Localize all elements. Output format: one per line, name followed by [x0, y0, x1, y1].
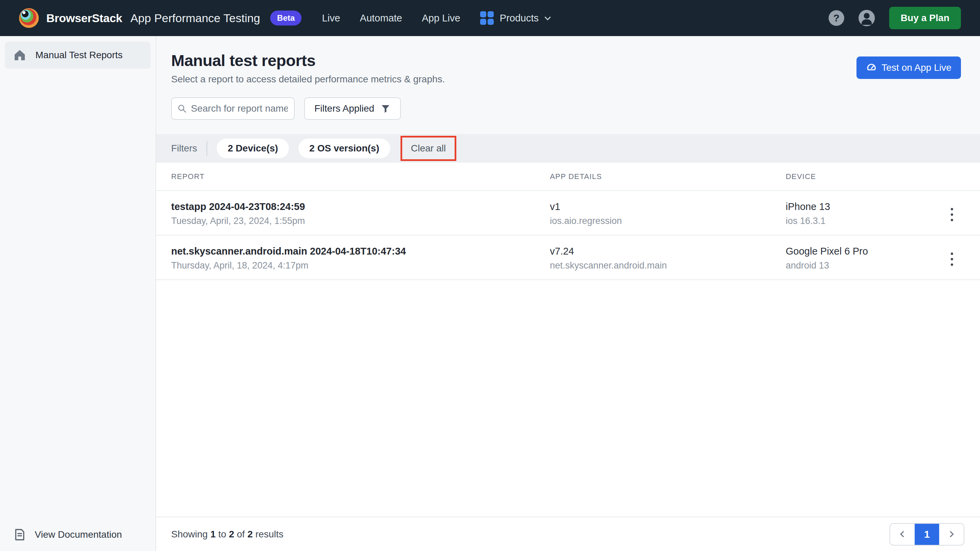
view-documentation-link[interactable]: View Documentation	[0, 518, 156, 551]
reports-table: REPORT APP DETAILS DEVICE testapp 2024-0…	[156, 163, 980, 517]
row-actions-cell	[937, 201, 966, 227]
device-cell: iPhone 13 ios 16.3.1	[786, 201, 937, 227]
device-name: iPhone 13	[786, 201, 937, 213]
nav-app-live[interactable]: App Live	[422, 13, 460, 24]
sidebar: Manual Test Reports View Documentation	[0, 36, 156, 551]
device-cell: Google Pixel 6 Pro android 13	[786, 245, 937, 271]
report-cell: testapp 2024-04-23T08:24:59 Tuesday, Apr…	[171, 201, 550, 227]
results-word: results	[256, 529, 283, 540]
app-id: ios.aio.regression	[550, 215, 786, 227]
results-to: 2	[229, 529, 234, 540]
gauge-icon	[866, 62, 877, 73]
filters-applied-button[interactable]: Filters Applied	[304, 97, 401, 120]
nav-products-label: Products	[500, 13, 539, 24]
page-header-section: Manual test reports Select a report to a…	[156, 36, 980, 134]
app-id: net.skyscanner.android.main	[550, 260, 786, 271]
view-documentation-label: View Documentation	[35, 529, 122, 540]
results-count-text: Showing 1 to 2 of 2 results	[171, 529, 283, 540]
next-page-button[interactable]	[939, 524, 964, 545]
report-date: Thursday, April, 18, 2024, 4:17pm	[171, 260, 550, 271]
document-icon	[13, 528, 27, 541]
results-footer: Showing 1 to 2 of 2 results 1	[156, 517, 980, 551]
of-word: of	[237, 529, 245, 540]
previous-page-button[interactable]	[890, 524, 915, 545]
browserstack-logo-icon[interactable]	[19, 8, 39, 28]
app-performance-testing-page: BrowserStack App Performance Testing Bet…	[0, 0, 980, 551]
column-header-report: REPORT	[171, 172, 550, 181]
pagination: 1	[889, 523, 964, 546]
nav-products[interactable]: Products	[480, 11, 550, 25]
app-details-cell: v1 ios.aio.regression	[550, 201, 786, 227]
kebab-menu-icon[interactable]	[947, 205, 956, 225]
top-nav: Live Automate App Live Products	[322, 11, 550, 25]
search-row: Filters Applied	[171, 97, 961, 120]
kebab-menu-icon[interactable]	[947, 249, 956, 269]
search-box	[171, 97, 295, 120]
search-icon	[177, 104, 187, 113]
report-cell: net.skyscanner.android.main 2024-04-18T1…	[171, 245, 550, 271]
row-actions-cell	[937, 245, 966, 271]
column-header-app-details: APP DETAILS	[550, 172, 786, 181]
product-name: App Performance Testing	[130, 11, 260, 25]
table-header-row: REPORT APP DETAILS DEVICE	[156, 163, 980, 191]
user-avatar-icon[interactable]	[859, 10, 875, 26]
chevron-down-icon	[544, 14, 550, 20]
products-grid-icon	[480, 11, 494, 25]
beta-badge: Beta	[270, 11, 301, 25]
clear-all-button[interactable]: Clear all	[411, 143, 446, 154]
to-word: to	[218, 529, 226, 540]
chevron-left-icon	[900, 531, 906, 537]
buy-a-plan-button[interactable]: Buy a Plan	[889, 7, 961, 29]
nav-live[interactable]: Live	[322, 13, 340, 24]
annotation-highlight-box: Clear all	[401, 136, 457, 161]
brand-group: BrowserStack App Performance Testing Bet…	[19, 8, 301, 28]
top-header: BrowserStack App Performance Testing Bet…	[0, 0, 980, 36]
report-name[interactable]: net.skyscanner.android.main 2024-04-18T1…	[171, 245, 550, 257]
column-header-device: DEVICE	[786, 172, 937, 181]
showing-word: Showing	[171, 529, 208, 540]
results-from: 1	[210, 529, 216, 540]
app-version: v1	[550, 201, 786, 213]
home-icon	[13, 48, 27, 62]
app-version: v7.24	[550, 245, 786, 257]
device-os: android 13	[786, 260, 937, 271]
table-row[interactable]: testapp 2024-04-23T08:24:59 Tuesday, Apr…	[156, 191, 980, 236]
test-on-app-live-button[interactable]: Test on App Live	[856, 56, 961, 79]
app-details-cell: v7.24 net.skyscanner.android.main	[550, 245, 786, 271]
filters-applied-label: Filters Applied	[314, 103, 374, 114]
header-right: ? Buy a Plan	[829, 7, 961, 29]
filters-bar-label: Filters	[171, 143, 197, 154]
sidebar-item-label: Manual Test Reports	[35, 50, 123, 61]
sidebar-item-manual-test-reports[interactable]: Manual Test Reports	[5, 41, 151, 69]
filter-funnel-icon	[380, 104, 391, 114]
results-total: 2	[247, 529, 253, 540]
device-os: ios 16.3.1	[786, 215, 937, 227]
filter-chip-os-versions[interactable]: 2 OS version(s)	[298, 139, 390, 158]
table-row[interactable]: net.skyscanner.android.main 2024-04-18T1…	[156, 236, 980, 280]
page-subtitle: Select a report to access detailed perfo…	[171, 73, 961, 85]
device-name: Google Pixel 6 Pro	[786, 245, 937, 257]
search-input[interactable]	[171, 97, 295, 120]
filters-divider	[207, 141, 207, 156]
report-name[interactable]: testapp 2024-04-23T08:24:59	[171, 201, 550, 213]
nav-automate[interactable]: Automate	[360, 13, 402, 24]
page-title: Manual test reports	[171, 51, 961, 70]
applied-filters-bar: Filters 2 Device(s) 2 OS version(s) Clea…	[156, 134, 980, 163]
filter-chip-devices[interactable]: 2 Device(s)	[217, 139, 289, 158]
main-content: Manual test reports Select a report to a…	[156, 36, 980, 551]
help-icon[interactable]: ?	[829, 10, 844, 26]
current-page-indicator[interactable]: 1	[915, 524, 939, 545]
test-on-app-live-label: Test on App Live	[882, 62, 951, 73]
brand-name: BrowserStack	[46, 11, 122, 25]
report-date: Tuesday, April, 23, 2024, 1:55pm	[171, 215, 550, 227]
chevron-right-icon	[947, 531, 953, 537]
